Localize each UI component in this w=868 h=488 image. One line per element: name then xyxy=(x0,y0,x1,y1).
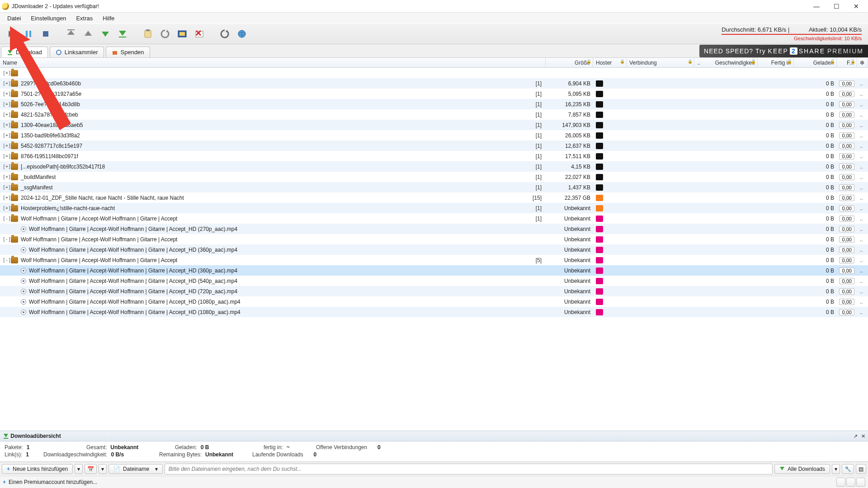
menu-datei[interactable]: Datei xyxy=(3,14,25,23)
refresh-button[interactable] xyxy=(158,27,172,41)
col-conn[interactable]: Verbindung🔒 xyxy=(627,58,694,67)
table-row[interactable]: [-]Wolf Hoffmann | Gitarre | Accept-Wolf… xyxy=(0,234,868,244)
all-downloads-button[interactable]: Alle Downloads xyxy=(774,464,830,474)
close-button[interactable]: ✕ xyxy=(846,0,866,13)
col-hoster[interactable]: Hoster🔒 xyxy=(593,58,627,67)
row-menu[interactable]: .. xyxy=(857,91,868,97)
status-btn-3[interactable] xyxy=(856,478,865,487)
tree-toggle[interactable]: [+] xyxy=(3,185,9,190)
table-row[interactable]: [+]Hosterproblem¿!stille-nacht-raue-nach… xyxy=(0,203,868,213)
schedule-menu[interactable]: ▾ xyxy=(99,464,107,474)
menu-extras[interactable]: Extras xyxy=(71,14,97,23)
filename-filter-button[interactable]: 📄Dateiname ▾ xyxy=(108,464,163,474)
row-menu[interactable]: .. xyxy=(857,132,868,139)
speed-banner[interactable]: NEED SPEED? Try KEEP 2 SHARE PREMIUM xyxy=(699,45,868,57)
filename-search-input[interactable] xyxy=(165,464,773,474)
row-menu[interactable]: .. xyxy=(857,101,868,108)
row-menu[interactable]: .. xyxy=(857,236,868,243)
captcha-button[interactable] xyxy=(175,27,189,41)
all-downloads-menu[interactable]: ▾ xyxy=(832,464,840,474)
table-row[interactable]: [+]8766-f19511f48bc0971f[1]17,511 KB0 B0… xyxy=(0,151,868,161)
globe-button[interactable] xyxy=(235,27,249,41)
tree-toggle[interactable]: [-] xyxy=(3,258,9,263)
table-row[interactable]: Wolf Hoffmann | Gitarre | Accept-Wolf Ho… xyxy=(0,307,868,317)
row-menu[interactable]: .. xyxy=(857,143,868,149)
tree-toggle[interactable]: [+] xyxy=(3,70,9,75)
tab-spenden[interactable]: Spenden xyxy=(106,47,150,57)
tree-toggle[interactable]: [+] xyxy=(3,81,9,86)
tree-toggle[interactable]: [+] xyxy=(3,143,9,148)
tree-toggle[interactable]: [+] xyxy=(3,206,9,211)
tree-toggle[interactable]: [+] xyxy=(3,112,9,117)
row-menu[interactable]: .. xyxy=(857,299,868,305)
row-menu[interactable]: .. xyxy=(857,216,868,222)
play-button[interactable] xyxy=(5,27,18,41)
row-menu[interactable]: .. xyxy=(857,257,868,263)
table-row[interactable]: Wolf Hoffmann | Gitarre | Accept-Wolf Ho… xyxy=(0,224,868,234)
add-links-button[interactable]: +Neue Links hinzufügen xyxy=(2,464,73,474)
row-menu[interactable]: .. xyxy=(857,226,868,232)
add-links-menu[interactable]: ▾ xyxy=(75,464,83,474)
tree-toggle[interactable]: [-] xyxy=(3,216,9,221)
clipboard-button[interactable] xyxy=(141,27,155,41)
table-row[interactable]: [+][...episodePath]-bb9fcc352b417f18[1]4… xyxy=(0,161,868,172)
row-menu[interactable]: .. xyxy=(857,174,868,180)
table-row[interactable]: Wolf Hoffmann | Gitarre | Accept-Wolf Ho… xyxy=(0,265,868,276)
row-menu[interactable]: .. xyxy=(857,205,868,211)
tab-linksammler[interactable]: Linksammler xyxy=(50,47,104,57)
row-menu[interactable]: .. xyxy=(857,80,868,87)
row-menu[interactable]: .. xyxy=(857,288,868,295)
tree-toggle[interactable]: [+] xyxy=(3,91,9,96)
status-btn-1[interactable] xyxy=(836,478,845,487)
minimize-button[interactable]: — xyxy=(807,0,826,13)
tree-toggle[interactable]: [+] xyxy=(3,122,9,127)
row-menu[interactable]: .. xyxy=(857,267,868,274)
tree-toggle[interactable]: [+] xyxy=(3,133,9,138)
table-row[interactable]: [+]1309-40eae18a?1a6aeb5[1]147,903 KB0 B… xyxy=(0,120,868,130)
overview-expand[interactable]: ↗ xyxy=(854,433,858,439)
menu-hilfe[interactable]: Hilfe xyxy=(98,14,119,23)
tree-toggle[interactable]: [+] xyxy=(3,154,9,159)
menu-einstellungen[interactable]: Einstellungen xyxy=(26,14,71,23)
tree-toggle[interactable]: [+] xyxy=(3,164,9,169)
col-loaded[interactable]: Geladen🔒 xyxy=(794,58,837,67)
col-eta[interactable]: Fertig in🔒 xyxy=(758,58,794,67)
maximize-button[interactable]: ☐ xyxy=(826,0,846,13)
row-menu[interactable]: .. xyxy=(857,195,868,201)
table-row[interactable]: [+]_ssgManifest[1]1,437 KB0 B0,00.. xyxy=(0,182,868,192)
row-menu[interactable]: .. xyxy=(857,247,868,253)
move-top-button[interactable] xyxy=(64,27,78,41)
status-btn-2[interactable] xyxy=(846,478,855,487)
table-row[interactable]: [+]5026-7ee??e2814b3d8b[1]16,235 KB0 B0,… xyxy=(0,99,868,109)
filter-button[interactable]: ▤ xyxy=(856,464,866,474)
col-menu[interactable]: ✻ xyxy=(857,58,868,67)
settings-button[interactable]: 🔧 xyxy=(842,464,854,474)
table-row[interactable]: [-]Wolf Hoffmann | Gitarre | Accept-Wolf… xyxy=(0,255,868,265)
table-row[interactable]: Wolf Hoffmann | Gitarre | Accept-Wolf Ho… xyxy=(0,276,868,286)
stop-button[interactable] xyxy=(39,27,52,41)
row-menu[interactable]: .. xyxy=(857,184,868,191)
col-size[interactable]: Größe🔒 xyxy=(546,58,593,67)
row-menu[interactable]: .. xyxy=(857,153,868,160)
row-menu[interactable]: .. xyxy=(857,309,868,315)
row-menu[interactable]: .. xyxy=(857,278,868,284)
table-row[interactable]: Wolf Hoffmann | Gitarre | Accept-Wolf Ho… xyxy=(0,296,868,307)
table-body[interactable]: [+][+]229???850cd0e63b460b[1]6,904 KB0 B… xyxy=(0,68,868,431)
col-speed[interactable]: ..Geschwindigkeit🔒 xyxy=(694,58,758,67)
tab-download[interactable]: Download xyxy=(1,47,48,57)
tree-toggle[interactable]: [-] xyxy=(3,237,9,242)
tree-toggle[interactable]: [+] xyxy=(3,195,9,200)
tree-toggle[interactable]: [+] xyxy=(3,102,9,107)
table-row[interactable]: [+]4821-52a78??e29fcbeb[1]7,857 KB0 B0,0… xyxy=(0,109,868,120)
schedule-button[interactable]: 📅 xyxy=(85,464,97,474)
table-row[interactable]: [+] xyxy=(0,68,868,78)
table-row[interactable]: [-]Wolf Hoffmann | Gitarre | Accept-Wolf… xyxy=(0,213,868,224)
move-down-button[interactable] xyxy=(99,27,112,41)
add-premium-label[interactable]: Einen Premiumaccount hinzufügen... xyxy=(9,479,97,485)
table-row[interactable]: [+]2024-12-01_ZDF_Stille Nacht, raue Nac… xyxy=(0,192,868,203)
overview-close[interactable]: ✕ xyxy=(861,433,865,439)
move-up-button[interactable] xyxy=(81,27,95,41)
row-menu[interactable]: .. xyxy=(857,164,868,170)
table-row[interactable]: Wolf Hoffmann | Gitarre | Accept-Wolf Ho… xyxy=(0,286,868,296)
table-row[interactable]: [+]7501-2??8f6a31927a65e[1]5,095 KB0 B0,… xyxy=(0,89,868,99)
